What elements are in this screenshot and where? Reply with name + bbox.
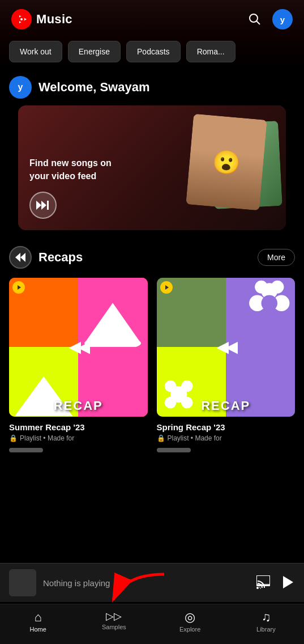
welcome-greeting: Welcome, Swayam <box>38 80 149 95</box>
spring-recap-title: Spring Recap '23 <box>157 422 296 432</box>
recaps-section: Recaps More <box>0 246 304 466</box>
yt-music-logo-icon <box>11 9 32 29</box>
album-stack: 👥 😮 <box>167 111 280 224</box>
svg-marker-10 <box>20 253 25 262</box>
recaps-title-row: Recaps <box>9 246 83 269</box>
spring-recap-subtitle: 🔒 Playlist • Made for <box>157 434 296 442</box>
recaps-title: Recaps <box>38 250 83 265</box>
summer-thumb-grid: ◀◀ RECAP <box>9 278 148 417</box>
user-avatar-button[interactable]: y <box>272 9 293 29</box>
home-icon: ⌂ <box>34 611 41 624</box>
summer-user-blur <box>9 444 148 455</box>
flower-svg <box>245 279 294 328</box>
svg-point-4 <box>250 14 258 22</box>
category-romance[interactable]: Roma... <box>186 41 236 62</box>
summer-yt-badge <box>12 281 25 294</box>
samples-icon: ▷▷ <box>106 611 122 621</box>
cast-button[interactable] <box>256 575 270 591</box>
spring-q2 <box>226 278 295 347</box>
boat-svg <box>78 299 147 348</box>
svg-marker-26 <box>165 285 169 290</box>
spring-subtitle-text: Playlist • Made for <box>168 434 222 442</box>
spring-user-blur <box>157 444 296 455</box>
explore-label: Explore <box>179 626 200 633</box>
library-icon: ♫ <box>262 611 271 624</box>
recaps-header: Recaps More <box>9 246 295 269</box>
yt-play-icon <box>16 285 22 290</box>
nav-home[interactable]: ⌂ Home <box>0 609 76 635</box>
now-playing-controls <box>256 574 295 592</box>
card-images: 👥 😮 <box>139 105 286 230</box>
search-icon <box>247 12 261 26</box>
play-forward-button[interactable] <box>29 192 57 219</box>
svg-point-28 <box>256 587 259 589</box>
summer-recap-thumbnail: ◀◀ RECAP <box>9 278 148 417</box>
now-playing-thumbnail <box>9 569 36 596</box>
category-workout[interactable]: Work out <box>9 41 62 62</box>
spring-play-icon <box>164 285 169 290</box>
spring-recap-thumbnail: ◀◀ RECAP <box>157 278 296 417</box>
red-arrow-indicator <box>102 571 170 608</box>
play-button[interactable] <box>279 574 295 592</box>
svg-rect-8 <box>47 201 49 210</box>
nav-explore[interactable]: ◎ Explore <box>152 609 228 635</box>
summer-recap-title: Summer Recap '23 <box>9 422 148 432</box>
app-title: Music <box>36 12 72 27</box>
summer-recap-card[interactable]: ◀◀ RECAP Summer Recap '23 <box>9 278 148 455</box>
svg-marker-6 <box>36 201 41 210</box>
category-energise[interactable]: Energise <box>68 41 121 62</box>
card-content: Find new songs on your video feed <box>18 146 131 230</box>
thumb-q2 <box>78 278 147 347</box>
summer-subtitle-text: Playlist • Made for <box>20 434 74 442</box>
bottom-nav: ⌂ Home ▷▷ Samples ◎ Explore ♫ Library <box>0 604 304 644</box>
recap-cards-row: ◀◀ RECAP Summer Recap '23 <box>9 278 295 455</box>
yt-badge-circle <box>12 281 25 294</box>
header-controls: y <box>245 9 293 29</box>
svg-point-3 <box>20 18 23 20</box>
back-arrows: ◀◀ <box>69 338 87 356</box>
blurred-username-summer <box>9 448 43 452</box>
svg-point-20 <box>262 295 278 312</box>
spring-recap-card[interactable]: ◀◀ RECAP Spring Recap '23 <box>157 278 296 455</box>
welcome-avatar: y <box>9 76 32 99</box>
video-feed-title: Find new songs on your video feed <box>29 157 120 183</box>
nav-library[interactable]: ♫ Library <box>228 609 304 635</box>
recaps-icon <box>9 246 32 269</box>
samples-label: Samples <box>102 624 126 630</box>
svg-point-23 <box>181 380 193 392</box>
welcome-row: y Welcome, Swayam <box>9 76 295 99</box>
header: Music y <box>0 0 304 36</box>
album-cover-1: 😮 <box>186 114 267 211</box>
svg-marker-7 <box>41 201 46 210</box>
video-feed-card[interactable]: 👥 😮 Find new songs on your video feed <box>18 105 286 230</box>
spring-yt-badge-circle <box>160 281 173 294</box>
svg-marker-30 <box>283 576 293 588</box>
lock-icon-spring: 🔒 <box>157 434 165 442</box>
summer-recap-label: RECAP <box>54 399 103 413</box>
svg-point-19 <box>271 281 284 294</box>
search-button[interactable] <box>245 10 263 29</box>
arrow-svg <box>102 571 170 605</box>
lock-icon-summer: 🔒 <box>9 434 18 442</box>
svg-marker-9 <box>15 253 20 262</box>
logo-area: Music <box>11 9 72 29</box>
recap-text-overlay: RECAP <box>9 399 148 413</box>
categories-row: Work out Energise Podcasts Roma... <box>0 36 304 69</box>
welcome-section: y Welcome, Swayam 👥 😮 Find new songs on … <box>0 69 304 246</box>
svg-point-22 <box>164 380 176 392</box>
spring-thumb-grid: ◀◀ RECAP <box>157 278 296 417</box>
spring-yt-badge <box>160 281 173 294</box>
face-photo: 😮 <box>186 114 267 211</box>
spring-recap-label: RECAP <box>201 399 250 413</box>
play-forward-icon <box>36 200 50 211</box>
svg-marker-14 <box>18 285 21 290</box>
rewind-icon <box>14 251 27 264</box>
nav-samples[interactable]: ▷▷ Samples <box>76 609 152 635</box>
svg-line-5 <box>257 21 260 24</box>
spring-recap-text-overlay: RECAP <box>157 399 296 413</box>
recaps-more-button[interactable]: More <box>258 249 295 266</box>
blurred-username-spring <box>157 448 191 452</box>
category-podcasts[interactable]: Podcasts <box>126 41 181 62</box>
home-label: Home <box>29 626 46 633</box>
spring-back-arrows: ◀◀ <box>217 338 235 356</box>
